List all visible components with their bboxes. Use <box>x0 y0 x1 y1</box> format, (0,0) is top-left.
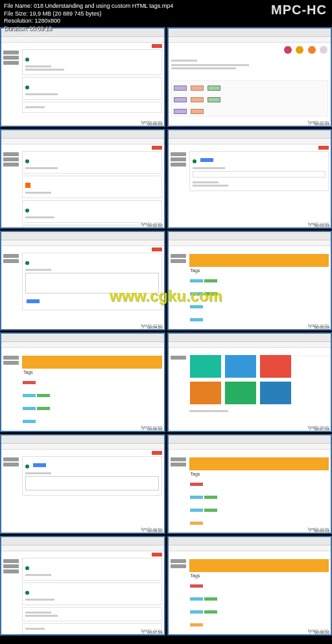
thumbnail[interactable]: lynda.com 00:08:50 <box>0 434 165 534</box>
thumbnail[interactable]: lynda.com 00:02:50 <box>0 129 165 229</box>
thumbnail[interactable]: lynda.com 00:01:59 <box>167 27 333 127</box>
thumbnail[interactable]: Tags lynda.com 00:06:50 <box>0 332 165 432</box>
thumbnail-grid: lynda.com 00:00:50 <box>0 0 332 636</box>
thumbnail[interactable]: lynda.com 00:00:50 <box>0 27 165 127</box>
thumbnail[interactable]: Tags lynda.com 00:08:50 <box>167 536 333 636</box>
thumbnail[interactable]: lynda.com 00:07:59 <box>0 536 165 636</box>
thumbnail[interactable]: lynda.com 00:07:59 <box>167 332 333 432</box>
thumbnail[interactable]: lynda.com 00:04:50 <box>0 231 165 330</box>
file-metadata: File Name: 018 Understanding and using c… <box>0 0 177 36</box>
thumbnail[interactable]: lynda.com 00:03:59 <box>167 129 333 229</box>
thumbnail[interactable]: Tags lynda.com 00:09:59 <box>167 434 333 534</box>
watermark: www.cgku.com <box>110 287 222 305</box>
thumbnail[interactable]: Tags lynda.com 00:05:59 <box>167 231 333 330</box>
player-name: MPC-HC <box>271 3 327 17</box>
